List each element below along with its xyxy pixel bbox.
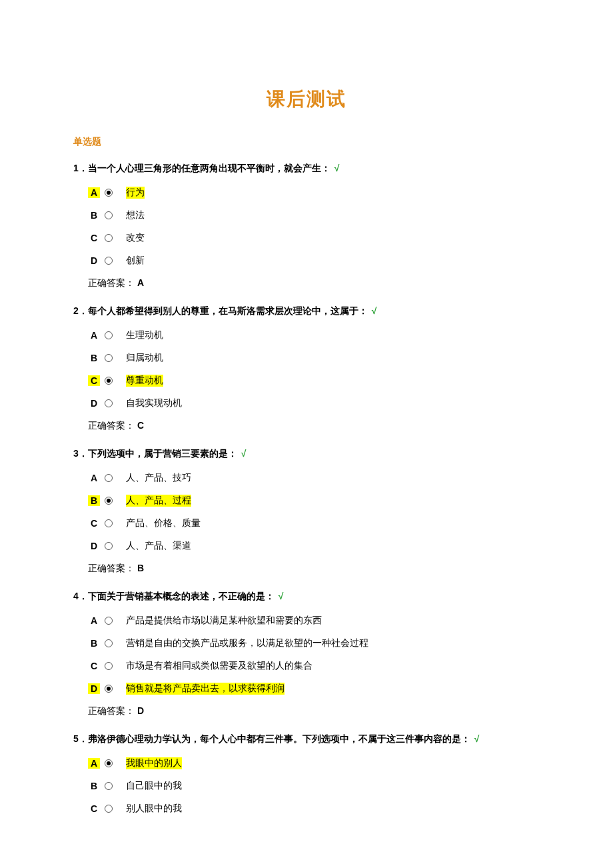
question-text: 3．下列选项中，属于营销三要素的是：√ bbox=[73, 448, 540, 460]
radio-button[interactable] bbox=[105, 474, 113, 482]
option-letter: B bbox=[88, 781, 100, 791]
option-text: 别人眼中的我 bbox=[126, 803, 182, 815]
option-letter: A bbox=[88, 473, 100, 483]
option-letter: A bbox=[88, 615, 100, 626]
option-text: 创新 bbox=[126, 255, 145, 267]
option-letter: A bbox=[88, 758, 100, 769]
option-row: A行为 bbox=[88, 187, 540, 199]
radio-button[interactable] bbox=[105, 805, 113, 813]
option-text: 自己眼中的我 bbox=[126, 780, 182, 792]
question-text: 1．当一个人心理三角形的任意两角出现不平衡时，就会产生：√ bbox=[73, 163, 540, 175]
radio-button[interactable] bbox=[105, 782, 113, 790]
option-letter: D bbox=[88, 255, 100, 266]
radio-button[interactable] bbox=[105, 257, 113, 265]
option-text: 生理动机 bbox=[126, 329, 163, 341]
option-text: 改变 bbox=[126, 232, 145, 244]
radio-button[interactable] bbox=[105, 399, 113, 407]
page-title: 课后测试 bbox=[73, 87, 540, 112]
option-letter: C bbox=[88, 661, 100, 671]
option-letter: C bbox=[88, 375, 100, 386]
option-letter: B bbox=[88, 638, 100, 649]
option-text: 行为 bbox=[126, 187, 145, 199]
question-stem: 下面关于营销基本概念的表述，不正确的是： bbox=[88, 591, 275, 601]
options-list: A生理动机B归属动机C尊重动机D自我实现动机 bbox=[73, 329, 540, 409]
radio-button[interactable] bbox=[105, 519, 113, 527]
answer-letter: B bbox=[137, 563, 144, 573]
option-row: C尊重动机 bbox=[88, 375, 540, 387]
question-block: 5．弗洛伊德心理动力学认为，每个人心中都有三件事。下列选项中，不属于这三件事内容… bbox=[73, 733, 540, 815]
question-stem: 每个人都希望得到别人的尊重，在马斯洛需求层次理论中，这属于： bbox=[88, 305, 368, 316]
radio-button[interactable] bbox=[105, 234, 113, 242]
option-text: 想法 bbox=[126, 209, 145, 221]
option-row: B想法 bbox=[88, 209, 540, 221]
option-row: B人、产品、过程 bbox=[88, 495, 540, 507]
options-list: A行为B想法C改变D创新 bbox=[73, 187, 540, 267]
answer-letter: D bbox=[137, 705, 144, 716]
option-row: D销售就是将产品卖出去，以求获得利润 bbox=[88, 683, 540, 695]
radio-button[interactable] bbox=[105, 211, 113, 219]
question-stem: 下列选项中，属于营销三要素的是： bbox=[88, 448, 237, 459]
radio-button[interactable] bbox=[105, 331, 113, 339]
question-number: 4． bbox=[73, 591, 88, 601]
radio-button[interactable] bbox=[105, 189, 113, 197]
option-letter: C bbox=[88, 233, 100, 243]
option-letter: B bbox=[88, 210, 100, 221]
check-icon: √ bbox=[241, 448, 247, 459]
answer-label: 正确答案： bbox=[88, 705, 135, 716]
radio-button[interactable] bbox=[105, 617, 113, 625]
option-letter: A bbox=[88, 187, 100, 198]
question-stem: 当一个人心理三角形的任意两角出现不平衡时，就会产生： bbox=[88, 163, 330, 173]
option-text: 我眼中的别人 bbox=[126, 757, 182, 769]
question-number: 1． bbox=[73, 163, 88, 173]
question-block: 4．下面关于营销基本概念的表述，不正确的是：√A产品是提供给市场以满足某种欲望和… bbox=[73, 591, 540, 717]
option-letter: C bbox=[88, 803, 100, 814]
option-row: A人、产品、技巧 bbox=[88, 472, 540, 484]
radio-button[interactable] bbox=[105, 542, 113, 550]
answer-label: 正确答案： bbox=[88, 563, 135, 573]
options-list: A产品是提供给市场以满足某种欲望和需要的东西B营销是自由的交换产品或服务，以满足… bbox=[73, 615, 540, 695]
option-row: D人、产品、渠道 bbox=[88, 540, 540, 552]
check-icon: √ bbox=[372, 305, 377, 316]
answer-letter: C bbox=[137, 420, 144, 431]
option-row: A生理动机 bbox=[88, 329, 540, 341]
answer-letter: A bbox=[137, 277, 144, 288]
options-list: A人、产品、技巧B人、产品、过程C产品、价格、质量D人、产品、渠道 bbox=[73, 472, 540, 552]
option-letter: D bbox=[88, 541, 100, 551]
answer-line: 正确答案：B bbox=[73, 563, 540, 575]
option-text: 尊重动机 bbox=[126, 375, 163, 387]
radio-button[interactable] bbox=[105, 497, 113, 505]
radio-button[interactable] bbox=[105, 662, 113, 670]
option-row: C市场是有着相同或类似需要及欲望的人的集合 bbox=[88, 660, 540, 672]
question-text: 2．每个人都希望得到别人的尊重，在马斯洛需求层次理论中，这属于：√ bbox=[73, 305, 540, 317]
option-letter: C bbox=[88, 518, 100, 529]
option-text: 人、产品、技巧 bbox=[126, 472, 191, 484]
question-text: 4．下面关于营销基本概念的表述，不正确的是：√ bbox=[73, 591, 540, 603]
option-text: 归属动机 bbox=[126, 352, 163, 364]
answer-label: 正确答案： bbox=[88, 277, 135, 288]
option-row: B归属动机 bbox=[88, 352, 540, 364]
radio-button[interactable] bbox=[105, 759, 113, 767]
option-row: A我眼中的别人 bbox=[88, 757, 540, 769]
option-row: C别人眼中的我 bbox=[88, 803, 540, 815]
question-number: 3． bbox=[73, 448, 88, 459]
option-text: 产品是提供给市场以满足某种欲望和需要的东西 bbox=[126, 615, 322, 627]
radio-button[interactable] bbox=[105, 685, 113, 693]
option-row: D自我实现动机 bbox=[88, 397, 540, 409]
radio-button[interactable] bbox=[105, 377, 113, 385]
question-text: 5．弗洛伊德心理动力学认为，每个人心中都有三件事。下列选项中，不属于这三件事内容… bbox=[73, 733, 540, 745]
option-row: B自己眼中的我 bbox=[88, 780, 540, 792]
radio-button[interactable] bbox=[105, 354, 113, 362]
option-row: B营销是自由的交换产品或服务，以满足欲望的一种社会过程 bbox=[88, 637, 540, 649]
check-icon: √ bbox=[279, 591, 284, 601]
radio-button[interactable] bbox=[105, 639, 113, 647]
answer-label: 正确答案： bbox=[88, 420, 135, 431]
option-letter: B bbox=[88, 353, 100, 363]
questions-container: 1．当一个人心理三角形的任意两角出现不平衡时，就会产生：√A行为B想法C改变D创… bbox=[73, 163, 540, 815]
answer-line: 正确答案：A bbox=[73, 277, 540, 289]
option-letter: B bbox=[88, 495, 100, 506]
option-text: 营销是自由的交换产品或服务，以满足欲望的一种社会过程 bbox=[126, 637, 368, 649]
section-header: 单选题 bbox=[73, 136, 540, 148]
option-row: D创新 bbox=[88, 255, 540, 267]
question-number: 5． bbox=[73, 733, 88, 744]
options-list: A我眼中的别人B自己眼中的我C别人眼中的我 bbox=[73, 757, 540, 815]
